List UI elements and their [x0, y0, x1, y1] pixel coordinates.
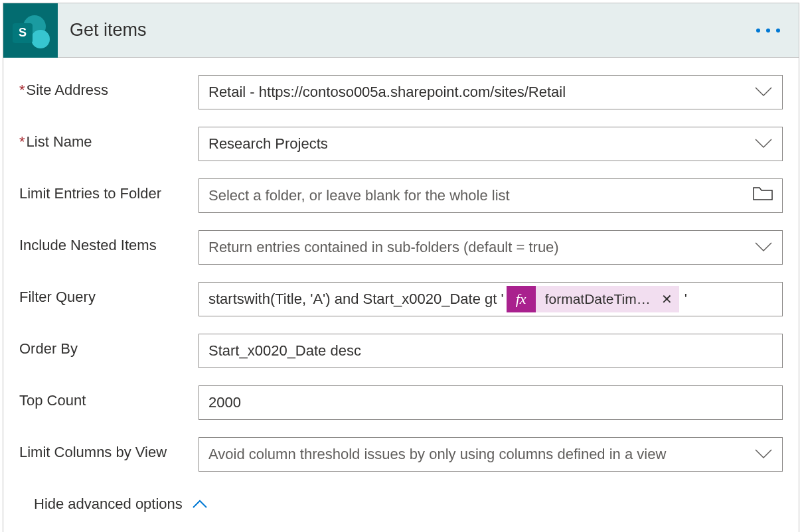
action-body: *Site Address Retail - https://contoso00… — [3, 58, 799, 532]
close-icon[interactable]: ✕ — [657, 291, 679, 307]
row-filter-query: Filter Query startswith(Title, 'A') and … — [19, 282, 783, 316]
row-order-by: Order By Start_x0020_Date desc — [19, 334, 783, 368]
action-header[interactable]: S Get items — [3, 3, 799, 58]
label-limit-columns: Limit Columns by View — [19, 437, 199, 461]
chevron-down-icon[interactable] — [748, 135, 773, 153]
label-filter-query: Filter Query — [19, 282, 199, 306]
fx-icon: fx — [507, 286, 536, 312]
expression-label: formatDateTim… — [545, 291, 657, 307]
row-limit-columns: Limit Columns by View Avoid column thres… — [19, 437, 783, 472]
input-limit-folder[interactable]: Select a folder, or leave blank for the … — [199, 178, 783, 213]
label-site-address: *Site Address — [19, 75, 199, 99]
chevron-up-icon — [192, 496, 208, 513]
chevron-down-icon[interactable] — [748, 84, 773, 101]
input-site-address[interactable]: Retail - https://contoso005a.sharepoint.… — [199, 75, 783, 109]
sharepoint-logo: S — [3, 3, 58, 58]
input-include-nested[interactable]: Return entries contained in sub-folders … — [199, 230, 783, 265]
hide-advanced-label: Hide advanced options — [34, 496, 183, 513]
action-title: Get items — [70, 20, 147, 40]
input-limit-columns[interactable]: Avoid column threshold issues by only us… — [199, 437, 783, 472]
row-top-count: Top Count 2000 — [19, 385, 783, 420]
chevron-down-icon[interactable] — [748, 446, 773, 463]
hide-advanced-toggle[interactable]: Hide advanced options — [19, 489, 783, 529]
more-menu-icon[interactable] — [756, 29, 780, 33]
row-list-name: *List Name Research Projects — [19, 127, 783, 161]
label-limit-folder: Limit Entries to Folder — [19, 178, 199, 202]
folder-icon[interactable] — [748, 186, 773, 205]
label-top-count: Top Count — [19, 385, 199, 409]
input-top-count[interactable]: 2000 — [199, 385, 783, 420]
input-list-name[interactable]: Research Projects — [199, 127, 783, 161]
action-card: S Get items *Site Address Retail - https… — [3, 3, 799, 532]
expression-token[interactable]: fx formatDateTim… ✕ — [507, 286, 679, 312]
row-limit-folder: Limit Entries to Folder Select a folder,… — [19, 178, 783, 213]
row-include-nested: Include Nested Items Return entries cont… — [19, 230, 783, 265]
row-site-address: *Site Address Retail - https://contoso00… — [19, 75, 783, 109]
input-filter-query[interactable]: startswith(Title, 'A') and Start_x0020_D… — [199, 282, 783, 316]
label-list-name: *List Name — [19, 127, 199, 151]
label-include-nested: Include Nested Items — [19, 230, 199, 254]
chevron-down-icon[interactable] — [748, 239, 773, 256]
sharepoint-icon: S — [13, 23, 33, 43]
input-order-by[interactable]: Start_x0020_Date desc — [199, 334, 783, 368]
label-order-by: Order By — [19, 334, 199, 358]
